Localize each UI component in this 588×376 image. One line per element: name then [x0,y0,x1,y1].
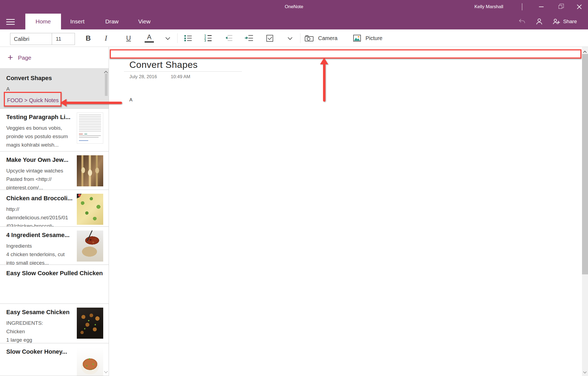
plus-icon: + [8,52,13,62]
title-underline [124,71,242,72]
page-list: Convert Shapes A FOOD > Quick Notes Test… [0,69,109,376]
font-color-icon: A [147,34,151,40]
share-button[interactable]: Share [550,14,580,29]
font-name-select[interactable]: Calibri [10,33,52,45]
increase-indent-button[interactable] [243,31,255,45]
page-list-item[interactable]: Convert Shapes A FOOD > Quick Notes [0,69,109,109]
content-scrollbar-thumb[interactable] [582,54,588,274]
page-item-title: Chicken and Broccoli... [6,194,75,202]
content-scrollbar[interactable] [582,47,588,376]
font-color-button[interactable]: A [143,31,156,45]
page-item-thumbnail [77,347,103,376]
page-item-title: Easy Slow Cooker Pulled Chicken [6,269,106,277]
increase-indent-icon [245,35,253,42]
page-item-title: Slow Cooker Honey... [6,348,75,356]
chevron-down-icon [288,35,293,40]
camera-label: Camera [318,35,337,41]
page-list-pane: + Page Convert Shapes A FOOD > Quick Not… [0,47,109,376]
scroll-up-icon[interactable] [583,51,587,54]
close-button[interactable] [573,0,586,14]
font-color-swatch [145,41,154,43]
font-controls: Calibri 11 [10,33,75,45]
tab-home[interactable]: Home [25,14,61,29]
font-size-select[interactable]: 11 [52,33,75,45]
add-page-label: Page [18,54,31,61]
toolbar-separator [177,33,178,43]
toolbar-separator [300,33,300,43]
user-name: Kelly Marshall [474,0,503,14]
minimize-icon [539,7,544,7]
page-item-preview: A [6,85,106,93]
share-person-plus-icon [552,18,560,25]
restore-icon [559,5,562,9]
font-options-dropdown[interactable] [163,31,173,45]
minimize-button[interactable] [535,0,547,14]
page-item-title: Easy Sesame Chicken [6,308,75,316]
tab-insert[interactable]: Insert [70,14,85,29]
page-item-thumbnail [77,231,103,262]
bulleted-list-button[interactable] [182,31,194,45]
todo-tag-button[interactable] [263,31,276,45]
page-item-title: 4 Ingredient Sesame... [6,231,75,239]
tab-draw[interactable]: Draw [105,14,118,29]
person-icon [535,18,543,25]
camera-icon [304,34,314,42]
hamburger-menu-button[interactable] [6,18,17,25]
chevron-down-icon [166,35,170,40]
page-title[interactable]: Convert Shapes [129,59,198,70]
checkbox-check-icon [266,35,273,42]
page-item-title: Make Your Own Jew... [6,156,75,164]
picture-button[interactable]: Picture [353,31,382,45]
page-item-thumbnail [77,308,103,339]
scroll-down-icon[interactable] [583,370,587,374]
page-item-title: Testing Paragraph Li... [6,113,75,121]
hamburger-icon [6,19,15,25]
decrease-indent-button[interactable] [222,31,234,45]
page-list-item[interactable]: Easy Slow Cooker Pulled Chicken [0,265,109,304]
page-item-thumbnail [77,194,103,225]
page-list-item[interactable]: Easy Sesame Chicken INGREDIENTS:Chicken1… [0,304,109,343]
sidebar-scrollbar-thumb[interactable] [105,74,108,96]
page-item-breadcrumb: FOOD > Quick Notes [7,97,59,104]
page-item-thumbnail [77,113,103,144]
camera-button[interactable]: Camera [304,31,337,45]
page-list-item[interactable]: 4 Ingredient Sesame... Ingredients4 chic… [0,227,109,265]
share-label: Share [563,19,577,25]
bulleted-list-icon [184,35,192,42]
app-title: OneNote [285,0,303,14]
decrease-indent-icon [224,35,232,42]
undo-icon [518,18,526,25]
page-list-item[interactable]: Make Your Own Jew... Upcycle vintage wat… [0,151,109,190]
page-meta: July 28, 2016 10:49 AM [129,74,190,80]
add-page-button[interactable]: + Page [0,47,109,69]
titlebar-separator [522,3,522,10]
ribbon-tab-bar: Home Insert Draw View Share [0,14,588,29]
picture-label: Picture [365,35,382,41]
numbered-list-icon [205,35,212,42]
underline-icon: U [126,34,131,42]
formatting-toolbar: Calibri 11 B I U A Camera [0,29,588,47]
onenote-window: OneNote Kelly Marshall Home Insert Draw … [0,0,588,376]
italic-button[interactable]: I [100,31,112,45]
page-time[interactable]: 10:49 AM [171,74,190,79]
close-icon [577,4,582,10]
undo-button[interactable] [516,14,529,29]
page-list-item[interactable]: Testing Paragraph Li... Veggies es bonus… [0,109,109,151]
restore-button[interactable] [554,0,566,14]
list-options-dropdown[interactable] [285,31,295,45]
bold-button[interactable]: B [82,31,95,45]
underline-button[interactable]: U [122,31,135,45]
page-date[interactable]: July 28, 2016 [129,74,157,79]
tab-view[interactable]: View [138,14,150,29]
page-list-item[interactable]: Chicken and Broccoli... http://damndelic… [0,190,109,227]
page-item-title: Convert Shapes [6,74,106,82]
page-item-thumbnail [77,155,103,186]
page-list-item[interactable]: Slow Cooker Honey... [0,343,109,376]
numbered-list-button[interactable] [202,31,214,45]
account-button[interactable] [533,14,546,29]
picture-icon [353,34,361,42]
page-canvas[interactable]: Convert Shapes July 28, 2016 10:49 AM A [109,47,582,376]
italic-icon: I [105,34,107,43]
bold-icon: B [86,34,91,43]
page-body-text[interactable]: A [129,97,132,103]
